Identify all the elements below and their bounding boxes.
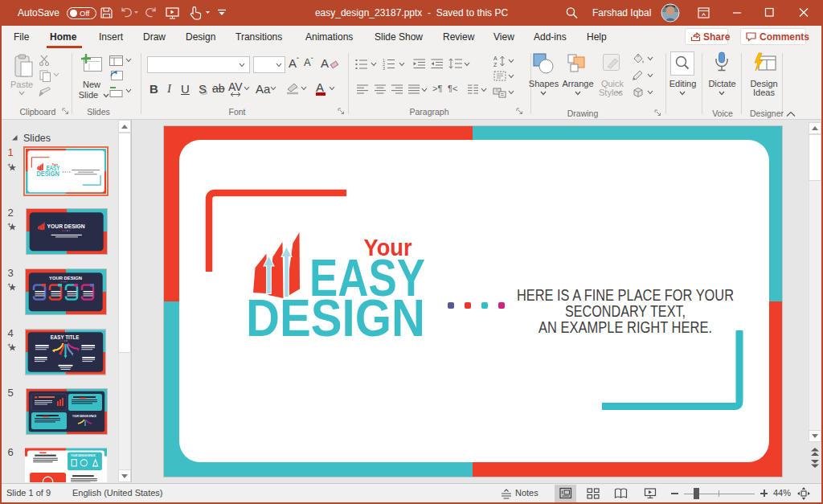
svg-text:Z: Z (493, 62, 497, 68)
svg-text:A: A (493, 55, 497, 61)
svg-text:YOUR DESIGN: YOUR DESIGN (49, 275, 82, 281)
svg-text:HERE IS A FINE PLACE FOR YOUR: HERE IS A FINE PLACE FOR YOUR (517, 286, 734, 304)
svg-text:3: 3 (383, 66, 385, 71)
svg-text:EASY TITLE: EASY TITLE (51, 334, 80, 340)
svg-text:YOUR DESIGN: YOUR DESIGN (47, 223, 85, 229)
svg-text:DESIGN: DESIGN (246, 289, 425, 347)
svg-text:AN EXAMPLE RIGHT HERE.: AN EXAMPLE RIGHT HERE. (538, 318, 712, 336)
svg-text:YOUR DESIGN SPACE: YOUR DESIGN SPACE (72, 414, 96, 418)
svg-text:YOUR DESIGN SPACE: YOUR DESIGN SPACE (71, 453, 96, 457)
svg-text:SECONDARY TEXT,: SECONDARY TEXT, (565, 302, 686, 320)
svg-text:DESIGN: DESIGN (37, 170, 59, 178)
